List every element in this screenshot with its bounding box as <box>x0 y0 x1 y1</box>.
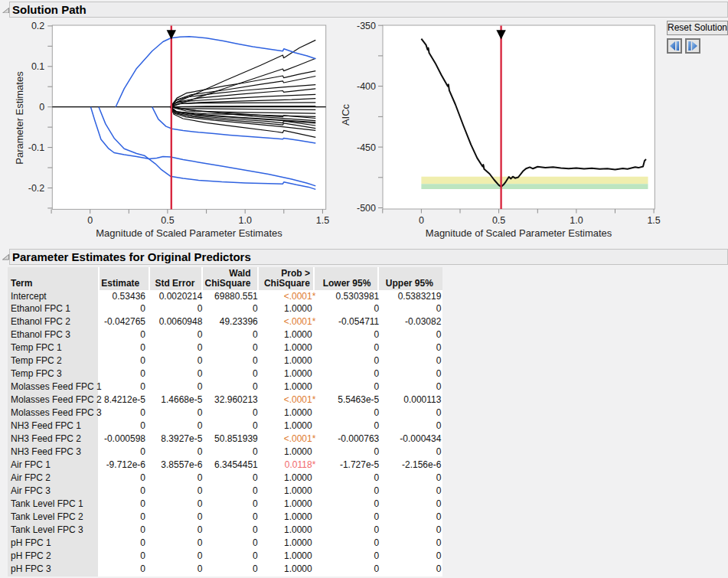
svg-text:0.2: 0.2 <box>31 21 44 31</box>
svg-text:AICc: AICc <box>340 103 351 126</box>
svg-text:0: 0 <box>39 102 44 113</box>
svg-text:-450: -450 <box>357 142 376 153</box>
svg-text:1.5: 1.5 <box>316 215 329 226</box>
svg-text:-0.1: -0.1 <box>28 142 45 153</box>
svg-text:0: 0 <box>419 215 424 226</box>
svg-text:0.5: 0.5 <box>161 215 174 226</box>
svg-text:1.0: 1.0 <box>239 215 252 226</box>
svg-text:-400: -400 <box>357 81 376 92</box>
svg-text:0.5: 0.5 <box>492 215 505 226</box>
svg-text:Magnitude of Scaled Parameter: Magnitude of Scaled Parameter Estimates <box>96 227 282 239</box>
svg-text:-500: -500 <box>357 203 376 214</box>
svg-text:1.0: 1.0 <box>570 215 583 226</box>
svg-text:-0.2: -0.2 <box>28 183 45 194</box>
svg-text:Parameter Estimates: Parameter Estimates <box>14 71 25 165</box>
svg-text:0.1: 0.1 <box>31 61 44 72</box>
svg-text:0: 0 <box>87 215 93 226</box>
svg-text:1.5: 1.5 <box>647 215 660 226</box>
svg-text:-350: -350 <box>357 21 376 31</box>
svg-text:Magnitude of Scaled Parameter: Magnitude of Scaled Parameter Estimates <box>426 227 612 239</box>
